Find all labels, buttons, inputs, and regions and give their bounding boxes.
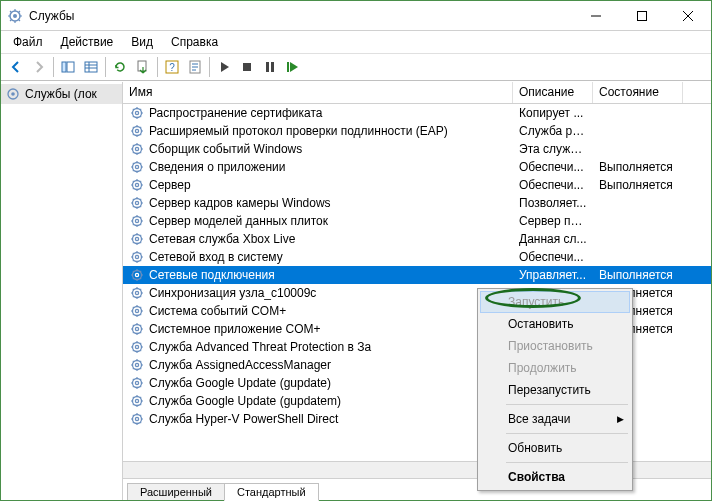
gear-icon [129,141,145,157]
context-menu: Запустить Остановить Приостановить Продо… [477,288,633,491]
svg-point-34 [133,271,142,280]
service-desc: Обеспечи... [513,250,593,264]
service-state: Выполняется [593,178,683,192]
service-row[interactable]: Расширяемый протокол проверки подлинност… [123,122,711,140]
svg-text:?: ? [169,62,175,73]
svg-point-39 [135,309,138,312]
gear-icon [129,249,145,265]
svg-point-33 [135,255,138,258]
service-row[interactable]: Сервер моделей данных плитокСервер пл... [123,212,711,230]
tree-root-services[interactable]: Службы (лок [1,84,122,104]
column-header-state[interactable]: Состояние [593,82,683,103]
service-name: Сервер моделей данных плиток [149,214,328,228]
service-name: Служба Advanced Threat Protection в Зa [149,340,371,354]
service-row[interactable]: СерверОбеспечи...Выполняется [123,176,711,194]
help-button[interactable]: ? [161,56,183,78]
gear-icon [129,195,145,211]
service-desc: Управляет... [513,268,593,282]
svg-rect-13 [287,62,289,72]
service-desc: Данная сл... [513,232,593,246]
svg-point-30 [133,235,142,244]
gear-icon [129,285,145,301]
ctx-pause[interactable]: Приостановить [480,335,630,357]
maximize-button[interactable] [619,1,665,31]
service-name: Системное приложение COM+ [149,322,321,336]
menu-help[interactable]: Справка [163,33,226,51]
service-name: Распространение сертификата [149,106,322,120]
gear-icon [5,86,21,102]
column-header-description[interactable]: Описание [513,82,593,103]
stop-service-button[interactable] [236,56,258,78]
ctx-all-tasks[interactable]: Все задачи ▶ [480,408,630,430]
properties-button[interactable] [184,56,206,78]
svg-point-20 [133,145,142,154]
service-name: Сведения о приложении [149,160,285,174]
service-name: Сервер [149,178,191,192]
service-row[interactable]: Сервер кадров камеры WindowsПозволяет... [123,194,711,212]
service-desc: Сервер пл... [513,214,593,228]
svg-point-47 [135,381,138,384]
service-state: Выполняется [593,160,683,174]
service-row[interactable]: Сетевой вход в системуОбеспечи... [123,248,711,266]
gear-icon [129,213,145,229]
gear-icon [129,159,145,175]
svg-point-18 [133,127,142,136]
svg-point-15 [11,92,15,96]
svg-point-26 [133,199,142,208]
service-desc: Позволяет... [513,196,593,210]
menu-file[interactable]: Файл [5,33,51,51]
svg-point-1 [13,14,17,18]
service-row[interactable]: Распространение сертификатаКопирует ... [123,104,711,122]
svg-rect-6 [138,61,146,71]
ctx-resume[interactable]: Продолжить [480,357,630,379]
svg-rect-10 [243,63,251,71]
service-row[interactable]: Сетевая служба Xbox LiveДанная сл... [123,230,711,248]
gear-icon [129,357,145,373]
service-row[interactable]: Сборщик событий WindowsЭта служб... [123,140,711,158]
ctx-start[interactable]: Запустить [480,291,630,313]
details-button[interactable] [80,56,102,78]
svg-point-46 [133,379,142,388]
column-header-name[interactable]: Имя [123,82,513,103]
show-hide-tree-button[interactable] [57,56,79,78]
ctx-refresh[interactable]: Обновить [480,437,630,459]
start-service-button[interactable] [213,56,235,78]
close-button[interactable] [665,1,711,31]
ctx-restart[interactable]: Перезапустить [480,379,630,401]
svg-point-17 [135,111,138,114]
app-icon [7,8,23,24]
svg-point-51 [135,417,138,420]
menu-view[interactable]: Вид [123,33,161,51]
service-name: Сборщик событий Windows [149,142,302,156]
service-desc: Обеспечи... [513,160,593,174]
svg-point-32 [133,253,142,262]
restart-service-button[interactable] [282,56,304,78]
refresh-button[interactable] [109,56,131,78]
service-row[interactable]: Сетевые подключенияУправляет...Выполняет… [123,266,711,284]
pause-service-button[interactable] [259,56,281,78]
gear-icon [129,411,145,427]
service-name: Расширяемый протокол проверки подлинност… [149,124,448,138]
svg-point-50 [133,415,142,424]
tab-standard[interactable]: Стандартный [224,483,319,501]
service-name: Сервер кадров камеры Windows [149,196,331,210]
svg-rect-5 [85,62,97,72]
window-title: Службы [29,9,573,23]
service-name: Сетевая служба Xbox Live [149,232,295,246]
menu-action[interactable]: Действие [53,33,122,51]
minimize-button[interactable] [573,1,619,31]
chevron-right-icon: ▶ [617,414,624,424]
service-desc: Служба ра... [513,124,593,138]
export-button[interactable] [132,56,154,78]
ctx-properties[interactable]: Свойства [480,466,630,488]
service-desc: Обеспечи... [513,178,593,192]
tab-extended[interactable]: Расширенный [127,483,225,500]
service-row[interactable]: Сведения о приложенииОбеспечи...Выполняе… [123,158,711,176]
forward-button[interactable] [28,56,50,78]
svg-rect-11 [266,62,269,72]
ctx-stop[interactable]: Остановить [480,313,630,335]
service-state: Выполняется [593,268,683,282]
back-button[interactable] [5,56,27,78]
service-name: Сетевые подключения [149,268,275,282]
gear-icon [129,321,145,337]
